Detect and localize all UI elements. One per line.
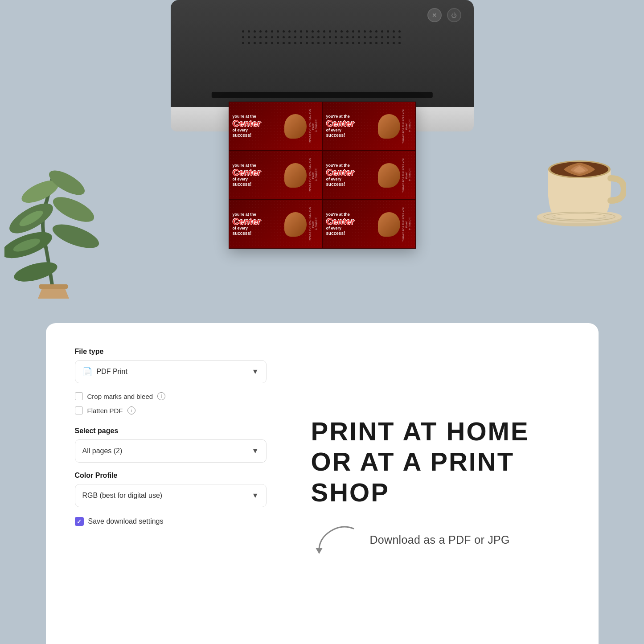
svg-point-3 — [49, 219, 102, 253]
settings-panel: File type 📄 PDF Print ▼ Crop marks and b… — [46, 323, 599, 644]
curved-arrow-icon — [311, 522, 360, 558]
printer-body: ✕ ⏻ — [171, 0, 474, 107]
crop-marks-info-icon[interactable]: i — [157, 392, 165, 400]
crop-marks-row[interactable]: Crop marks and bleed i — [75, 392, 267, 400]
select-pages-label: Select pages — [75, 427, 267, 435]
color-profile-value: RGB (best for digital use) — [82, 492, 163, 500]
promo-section: PRINT AT HOME OR AT A PRINT SHOP Downloa… — [311, 348, 570, 622]
tag-cell: you're at the Center of every success! T… — [322, 151, 416, 200]
file-type-label: File type — [75, 348, 267, 356]
tag-grid: you're at the Center of every success! T… — [229, 102, 416, 249]
flatten-pdf-checkbox[interactable] — [75, 406, 83, 414]
promo-title-line1: PRINT AT HOME — [311, 416, 570, 447]
power-icon[interactable]: ⏻ — [447, 8, 461, 22]
plant-svg — [4, 129, 103, 299]
chevron-down-pages-icon: ▼ — [252, 447, 259, 455]
svg-rect-7 — [39, 284, 68, 289]
crop-marks-label: Crop marks and bleed — [87, 393, 153, 400]
select-pages-section: Select pages All pages (2) ▼ — [75, 427, 267, 463]
tag-cell: you're at the Center of every success! T… — [229, 151, 322, 200]
select-pages-value: All pages (2) — [82, 447, 123, 455]
flatten-pdf-row[interactable]: Flatten PDF i — [75, 406, 267, 414]
tag-cell: you're at the Center of every success! T… — [322, 102, 416, 151]
save-settings-checkbox[interactable]: ✓ — [75, 517, 84, 526]
printer-paper-output: you're at the Center of every success! T… — [229, 102, 416, 249]
select-pages-dropdown[interactable]: All pages (2) ▼ — [75, 439, 267, 463]
printer-vent-grid — [209, 27, 436, 55]
crop-marks-checkbox[interactable] — [75, 392, 83, 400]
file-type-section: File type 📄 PDF Print ▼ — [75, 348, 267, 383]
close-icon[interactable]: ✕ — [427, 8, 442, 22]
promo-subtitle-row: Download as a PDF or JPG — [311, 522, 570, 558]
printer-paper-slot — [211, 92, 432, 98]
promo-subtitle: Download as a PDF or JPG — [370, 533, 510, 546]
file-type-dropdown[interactable]: 📄 PDF Print ▼ — [75, 360, 267, 383]
tag-cell: you're at the Center of every success! T… — [229, 200, 322, 249]
color-profile-section: Color Profile RGB (best for digital use)… — [75, 472, 267, 507]
promo-title-line2: OR AT A PRINT SHOP — [311, 447, 570, 508]
tag-cell: you're at the Center of every success! T… — [322, 200, 416, 249]
pdf-file-icon: 📄 — [82, 367, 92, 377]
save-settings-label: Save download settings — [88, 517, 164, 525]
promo-title: PRINT AT HOME OR AT A PRINT SHOP — [311, 416, 570, 508]
printer-buttons: ✕ ⏻ — [427, 8, 461, 22]
chevron-down-icon: ▼ — [252, 368, 259, 376]
plant-decoration — [4, 129, 103, 299]
flatten-pdf-info-icon[interactable]: i — [127, 406, 135, 414]
settings-left-column: File type 📄 PDF Print ▼ Crop marks and b… — [75, 348, 267, 622]
coffee-svg — [533, 129, 626, 227]
chevron-down-color-icon: ▼ — [252, 492, 259, 500]
color-profile-label: Color Profile — [75, 472, 267, 480]
flatten-pdf-label: Flatten PDF — [87, 407, 123, 414]
tag-cell: you're at the Center of every success! T… — [229, 102, 322, 151]
save-settings-row[interactable]: ✓ Save download settings — [75, 517, 267, 526]
file-type-value: PDF Print — [97, 368, 127, 376]
svg-point-1 — [49, 192, 98, 227]
coffee-cup-decoration — [533, 129, 626, 227]
color-profile-dropdown[interactable]: RGB (best for digital use) ▼ — [75, 484, 267, 507]
svg-marker-16 — [316, 548, 323, 554]
